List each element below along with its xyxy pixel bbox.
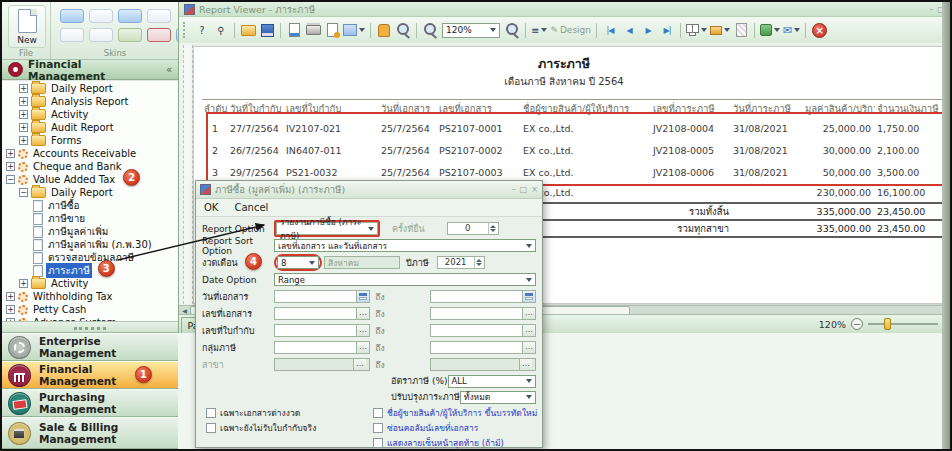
tree-expand-icon[interactable]: + [19,97,28,106]
export-page-icon[interactable] [285,21,303,39]
doc-no-to-field[interactable]: … [430,307,536,320]
multi-page-icon[interactable] [685,21,708,39]
tree-item-petty-cash[interactable]: + Petty Cash [2,303,178,316]
only-unreceived-invoice-checkbox[interactable] [206,423,216,433]
only-cross-period-checkbox[interactable] [206,408,216,418]
dialog-close-button[interactable]: × [531,185,538,194]
tree-item-cheque-and-bank[interactable]: + Cheque and Bank [2,160,178,173]
tree-item-value-added-tax[interactable]: − Value Added Tax 2 [2,173,178,186]
watermark-icon[interactable] [732,21,750,39]
tree-expand-icon[interactable]: + [6,162,15,171]
skin-swatch-white[interactable] [89,9,113,23]
tree-expand-icon[interactable]: + [6,149,15,158]
adjust-tax-combo[interactable]: ทั้งหมด [460,391,536,404]
skin-swatch-white[interactable] [147,9,171,23]
tree-expand-icon[interactable]: + [6,305,15,314]
report-sort-combo[interactable]: เลขที่เอกสาร และวันที่เอกสาร [274,239,536,252]
tree-item-analysis-report[interactable]: + Analysis Report [2,95,178,108]
tree-expand-icon[interactable]: + [19,279,28,288]
browse-icon[interactable]: … [522,342,535,353]
doc-no-from-field[interactable]: … [274,307,370,320]
tax-year-stepper[interactable]: 2021 [437,256,485,269]
times-filed-stepper[interactable]: 0 [447,222,499,235]
dialog-minimize-button[interactable]: – [512,185,516,194]
tree-expand-icon[interactable]: + [6,292,15,301]
skin-swatch-green[interactable] [118,28,142,42]
nav-enterprise-management[interactable]: Enterprise Management [2,333,178,361]
close-preview-button[interactable]: × [812,23,827,38]
report-option-combo[interactable]: รายงานภาษีซื้อ (ภาระภาษี) [276,222,378,235]
nav-sale-billing-management[interactable]: Sale & Billing Management [2,417,178,449]
dialog-maximize-button[interactable]: □ [520,185,528,194]
tree-item-daily-report[interactable]: + Daily Report [2,82,178,95]
browse-icon[interactable]: … [522,325,535,336]
first-page-icon[interactable]: |◀ [601,21,619,39]
page-setup-icon[interactable] [323,21,341,39]
zoom-out-icon[interactable]: − [851,318,863,330]
tax-group-to-field[interactable]: … [430,341,536,354]
panel-splitter[interactable] [2,321,178,333]
tree-item-activity[interactable]: + Activity [2,108,178,121]
prev-page-icon[interactable]: ◀ [620,21,638,39]
invoice-no-from-field[interactable]: … [274,324,370,337]
thumbnails-icon[interactable]: ≡ [530,21,548,39]
zoom-out-icon[interactable]: − [421,21,439,39]
supplier-newline-checkbox[interactable] [373,408,383,418]
tree-item-tax-burden[interactable]: ภาระภาษี 3 [2,264,178,277]
tree-expand-icon[interactable]: + [19,110,28,119]
invoice-no-to-field[interactable]: … [430,324,536,337]
magnifier-icon[interactable] [394,21,412,39]
print-icon[interactable] [304,21,322,39]
skin-swatch-white[interactable] [60,28,84,42]
period-month-combo[interactable]: 8 [277,256,319,269]
zoom-in-icon[interactable]: + [503,21,521,39]
last-page-icon[interactable]: ▶| [658,21,676,39]
minimize-button[interactable]: – [929,5,933,14]
show-signature-checkbox[interactable] [373,438,383,448]
tree-item-accounts-receivable[interactable]: + Accounts Receivable [2,147,178,160]
calendar-icon[interactable] [522,291,535,302]
tree-expand-icon[interactable]: + [19,136,28,145]
zoom-slider[interactable] [868,323,938,325]
ok-button[interactable]: OK [204,202,218,213]
skin-swatch-blue[interactable] [118,9,142,23]
browse-icon[interactable]: … [356,308,369,319]
tree-item-forms[interactable]: + Forms [2,134,178,147]
new-button[interactable]: New [8,5,46,48]
collapse-panel-icon[interactable]: « [166,64,172,75]
email-icon[interactable]: ✉ [782,21,801,39]
open-report-icon[interactable] [239,21,257,39]
find-icon[interactable]: ⚲ [212,21,230,39]
hand-tool-icon[interactable] [375,21,393,39]
design-button[interactable]: ✎Design [549,21,592,39]
zoom-level-combo[interactable]: 120% [442,23,500,38]
calendar-icon[interactable] [356,291,369,302]
tree-item-withholding-tax[interactable]: + Withholding Tax [2,290,178,303]
skin-swatch-white[interactable] [89,28,113,42]
tree-item-vat-daily-report[interactable]: − Daily Report [2,186,178,199]
browse-icon[interactable]: … [356,325,369,336]
tree-item-purchase-tax[interactable]: ภาษีซื้อ [2,199,178,212]
skin-swatch-blue[interactable] [60,9,84,23]
browse-icon[interactable]: … [522,308,535,319]
tax-rate-combo[interactable]: ALL [448,375,537,388]
nav-purchasing-management[interactable]: Purchasing Management [2,389,178,417]
doc-date-to-field[interactable] [430,290,536,303]
tree-expand-icon[interactable]: + [19,84,28,93]
tax-group-from-field[interactable]: … [274,341,370,354]
tree-item-audit-report[interactable]: + Audit Report [2,121,178,134]
skin-swatch-red[interactable] [147,28,171,42]
zoom-slider-thumb[interactable] [884,318,891,330]
next-page-icon[interactable]: ▶ [639,21,657,39]
browse-icon[interactable]: … [356,342,369,353]
hide-doc-no-column-checkbox[interactable] [373,423,383,433]
page-layout-icon[interactable] [342,21,366,39]
doc-date-from-field[interactable] [274,290,370,303]
tree-expand-icon[interactable]: + [19,123,28,132]
cancel-button[interactable]: Cancel [234,202,268,213]
page-color-icon[interactable] [709,21,731,39]
tree-expand-icon[interactable]: − [6,175,15,184]
date-option-combo[interactable]: Range [274,273,536,286]
save-report-icon[interactable] [258,21,276,39]
help-icon[interactable]: ? [193,21,211,39]
